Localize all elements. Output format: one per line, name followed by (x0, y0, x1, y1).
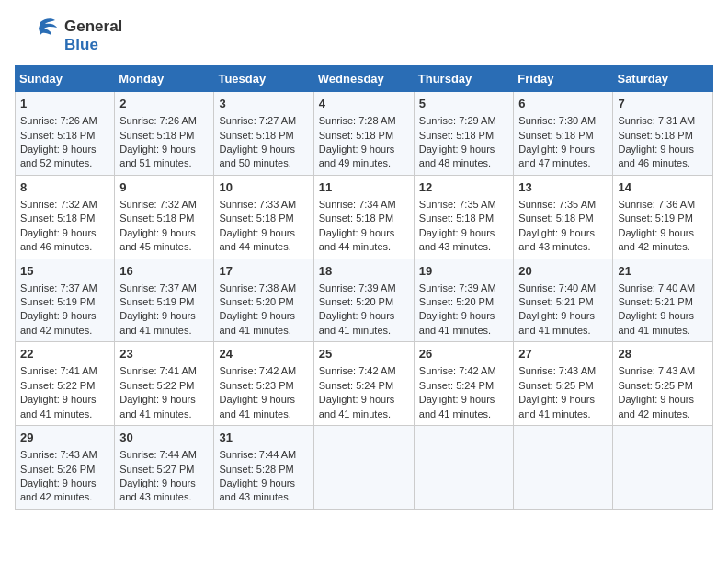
daylight: Daylight: 9 hours and 43 minutes. (419, 227, 495, 252)
sunset: Sunset: 5:24 PM (319, 380, 393, 391)
sunrise: Sunrise: 7:42 AM (319, 365, 396, 376)
day-number: 3 (219, 96, 308, 112)
weekday-header-row: SundayMondayTuesdayWednesdayThursdayFrid… (16, 66, 713, 92)
daylight: Daylight: 9 hours and 44 minutes. (319, 227, 395, 252)
logo: General Blue (15, 15, 122, 56)
calendar-cell: 5Sunrise: 7:29 AMSunset: 5:18 PMDaylight… (414, 92, 514, 176)
day-number: 17 (219, 263, 308, 280)
sunrise: Sunrise: 7:42 AM (419, 365, 496, 376)
calendar-cell: 7Sunrise: 7:31 AMSunset: 5:18 PMDaylight… (613, 92, 713, 176)
sunset: Sunset: 5:18 PM (319, 213, 393, 224)
day-number: 6 (518, 96, 608, 112)
sunrise: Sunrise: 7:32 AM (119, 199, 197, 210)
sunset: Sunset: 5:26 PM (20, 464, 95, 475)
day-number: 28 (618, 346, 708, 362)
sunrise: Sunrise: 7:29 AM (419, 115, 496, 126)
sunset: Sunset: 5:18 PM (20, 213, 95, 224)
sunrise: Sunrise: 7:35 AM (419, 199, 496, 210)
day-number: 13 (518, 179, 608, 196)
sunrise: Sunrise: 7:39 AM (319, 282, 396, 293)
daylight: Daylight: 9 hours and 41 minutes. (319, 394, 395, 419)
calendar-cell: 2Sunrise: 7:26 AMSunset: 5:18 PMDaylight… (115, 92, 214, 176)
daylight: Daylight: 9 hours and 41 minutes. (119, 310, 196, 335)
sunset: Sunset: 5:20 PM (319, 296, 393, 307)
daylight: Daylight: 9 hours and 41 minutes. (518, 310, 595, 335)
calendar-cell: 1Sunrise: 7:26 AMSunset: 5:18 PMDaylight… (16, 92, 115, 176)
calendar-cell: 22Sunrise: 7:41 AMSunset: 5:22 PMDayligh… (16, 342, 115, 426)
day-number: 24 (219, 346, 308, 362)
daylight: Daylight: 9 hours and 42 minutes. (618, 394, 694, 419)
sunset: Sunset: 5:18 PM (319, 130, 393, 141)
day-number: 29 (20, 430, 109, 446)
daylight: Daylight: 9 hours and 43 minutes. (219, 477, 295, 502)
day-number: 25 (319, 346, 409, 362)
sunrise: Sunrise: 7:41 AM (119, 365, 197, 376)
sunset: Sunset: 5:19 PM (119, 296, 194, 307)
calendar-cell: 17Sunrise: 7:38 AMSunset: 5:20 PMDayligh… (214, 259, 313, 342)
calendar-cell: 30Sunrise: 7:44 AMSunset: 5:27 PMDayligh… (115, 426, 214, 510)
sunset: Sunset: 5:18 PM (20, 130, 95, 141)
sunset: Sunset: 5:18 PM (419, 213, 494, 224)
day-number: 10 (219, 179, 308, 196)
sunrise: Sunrise: 7:35 AM (518, 199, 596, 210)
day-number: 20 (518, 263, 608, 280)
daylight: Daylight: 9 hours and 41 minutes. (219, 310, 295, 335)
sunset: Sunset: 5:28 PM (219, 464, 293, 475)
sunset: Sunset: 5:19 PM (20, 296, 95, 307)
calendar-cell: 26Sunrise: 7:42 AMSunset: 5:24 PMDayligh… (414, 342, 514, 426)
day-number: 12 (419, 179, 509, 196)
sunset: Sunset: 5:22 PM (119, 380, 194, 391)
weekday-header-sunday: Sunday (16, 66, 115, 92)
day-number: 5 (419, 96, 509, 112)
day-number: 7 (618, 96, 708, 112)
calendar-week-row: 22Sunrise: 7:41 AMSunset: 5:22 PMDayligh… (16, 342, 713, 426)
weekday-header-saturday: Saturday (613, 66, 713, 92)
daylight: Daylight: 9 hours and 45 minutes. (119, 227, 196, 252)
day-number: 1 (20, 96, 109, 112)
day-number: 22 (20, 346, 109, 362)
weekday-header-wednesday: Wednesday (313, 66, 414, 92)
day-number: 9 (119, 179, 209, 196)
calendar-cell: 19Sunrise: 7:39 AMSunset: 5:20 PMDayligh… (414, 259, 514, 342)
sunrise: Sunrise: 7:41 AM (20, 365, 97, 376)
day-number: 23 (119, 346, 209, 362)
weekday-header-monday: Monday (115, 66, 214, 92)
sunrise: Sunrise: 7:43 AM (20, 449, 97, 460)
calendar-cell (514, 426, 613, 510)
sunset: Sunset: 5:18 PM (219, 213, 293, 224)
sunrise: Sunrise: 7:36 AM (618, 199, 695, 210)
sunrise: Sunrise: 7:40 AM (518, 282, 596, 293)
daylight: Daylight: 9 hours and 42 minutes. (20, 310, 97, 335)
sunset: Sunset: 5:18 PM (119, 130, 194, 141)
calendar-cell: 31Sunrise: 7:44 AMSunset: 5:28 PMDayligh… (214, 426, 313, 510)
daylight: Daylight: 9 hours and 42 minutes. (20, 477, 97, 502)
calendar-week-row: 29Sunrise: 7:43 AMSunset: 5:26 PMDayligh… (16, 426, 713, 510)
sunset: Sunset: 5:22 PM (20, 380, 95, 391)
day-number: 26 (419, 346, 509, 362)
daylight: Daylight: 9 hours and 41 minutes. (20, 394, 97, 419)
calendar-cell: 13Sunrise: 7:35 AMSunset: 5:18 PMDayligh… (514, 175, 613, 259)
daylight: Daylight: 9 hours and 41 minutes. (319, 310, 395, 335)
sunrise: Sunrise: 7:43 AM (518, 365, 596, 376)
calendar-cell: 21Sunrise: 7:40 AMSunset: 5:21 PMDayligh… (613, 259, 713, 342)
daylight: Daylight: 9 hours and 51 minutes. (119, 144, 196, 168)
day-number: 2 (119, 96, 209, 112)
daylight: Daylight: 9 hours and 48 minutes. (419, 144, 495, 168)
day-number: 27 (518, 346, 608, 362)
sunrise: Sunrise: 7:33 AM (219, 199, 296, 210)
sunset: Sunset: 5:18 PM (219, 130, 293, 141)
day-number: 14 (618, 179, 708, 196)
logo-text-blue: Blue (64, 36, 122, 54)
sunset: Sunset: 5:24 PM (419, 380, 494, 391)
calendar-week-row: 15Sunrise: 7:37 AMSunset: 5:19 PMDayligh… (16, 259, 713, 342)
day-number: 30 (119, 430, 209, 446)
sunrise: Sunrise: 7:42 AM (219, 365, 296, 376)
daylight: Daylight: 9 hours and 43 minutes. (119, 477, 196, 502)
daylight: Daylight: 9 hours and 46 minutes. (618, 144, 694, 168)
calendar-cell: 29Sunrise: 7:43 AMSunset: 5:26 PMDayligh… (16, 426, 115, 510)
sunrise: Sunrise: 7:30 AM (518, 115, 596, 126)
sunset: Sunset: 5:23 PM (219, 380, 293, 391)
sunset: Sunset: 5:18 PM (518, 130, 593, 141)
sunset: Sunset: 5:18 PM (518, 213, 593, 224)
sunrise: Sunrise: 7:26 AM (119, 115, 197, 126)
